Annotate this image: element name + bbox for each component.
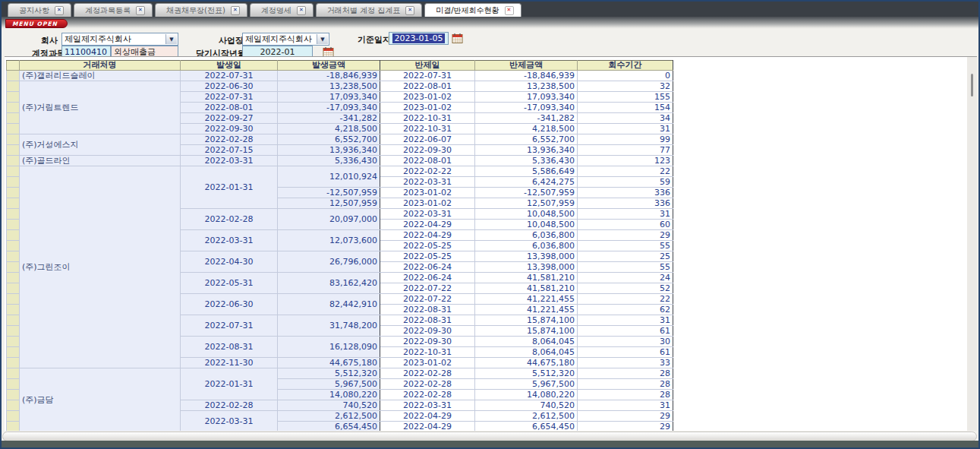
settle-date-cell[interactable]: 2023-01-02 bbox=[380, 92, 475, 103]
settle-date-cell[interactable]: 2022-09-30 bbox=[380, 337, 475, 347]
occur-amount-cell[interactable]: 6,552,700 bbox=[278, 134, 380, 145]
collect-days-cell[interactable]: 34 bbox=[578, 113, 673, 124]
settle-date-cell[interactable]: 2022-05-25 bbox=[380, 241, 475, 251]
occur-amount-cell[interactable]: 44,675,180 bbox=[278, 358, 380, 368]
collect-days-cell[interactable]: 28 bbox=[578, 390, 673, 400]
occur-date-cell[interactable]: 2022-09-27 bbox=[181, 113, 278, 124]
header-cell[interactable]: 반제금액 bbox=[475, 61, 578, 71]
occur-amount-cell[interactable]: -341,282 bbox=[278, 113, 380, 124]
settle-amount-cell[interactable]: 13,936,340 bbox=[475, 145, 578, 156]
header-cell[interactable]: 회수기간 bbox=[578, 61, 673, 71]
settle-date-cell[interactable]: 2022-05-25 bbox=[380, 251, 475, 262]
tab-5[interactable]: 미결/반제회수현황✕ bbox=[424, 3, 521, 17]
settle-amount-cell[interactable]: 13,238,500 bbox=[475, 81, 578, 92]
occur-amount-cell[interactable]: -18,846,939 bbox=[278, 71, 380, 81]
company-select[interactable]: 제일제지주식회사 ▼ bbox=[61, 33, 178, 46]
occur-amount-cell[interactable]: -12,507,959 bbox=[278, 188, 380, 198]
row-header-cell[interactable] bbox=[7, 347, 20, 358]
occur-date-cell[interactable]: 2022-03-31 bbox=[181, 230, 278, 251]
occur-date-cell[interactable]: 2022-05-31 bbox=[181, 273, 278, 294]
collect-days-cell[interactable]: 99 bbox=[578, 134, 673, 145]
row-header-cell[interactable] bbox=[7, 379, 20, 390]
settle-date-cell[interactable]: 2022-07-22 bbox=[380, 294, 475, 305]
settle-date-cell[interactable]: 2022-07-22 bbox=[380, 283, 475, 294]
row-header-cell[interactable] bbox=[7, 188, 20, 198]
row-header-cell[interactable] bbox=[7, 177, 20, 188]
settle-amount-cell[interactable]: 41,581,210 bbox=[475, 283, 578, 294]
collect-days-cell[interactable]: 30 bbox=[578, 337, 673, 347]
settle-date-cell[interactable]: 2022-04-29 bbox=[380, 230, 475, 241]
collect-days-cell[interactable]: 0 bbox=[578, 71, 673, 81]
occur-date-cell[interactable]: 2022-06-30 bbox=[181, 81, 278, 92]
tab-close-icon[interactable]: ✕ bbox=[231, 6, 240, 15]
tab-3[interactable]: 계정명세✕ bbox=[250, 3, 314, 17]
collect-days-cell[interactable]: 31 bbox=[578, 315, 673, 326]
occur-amount-cell[interactable]: 4,218,500 bbox=[278, 124, 380, 134]
settle-date-cell[interactable]: 2022-03-31 bbox=[380, 177, 475, 188]
customer-name-cell[interactable]: (주)거성에스지 bbox=[20, 134, 181, 156]
row-header-cell[interactable] bbox=[7, 283, 20, 294]
occur-amount-cell[interactable]: 82,442,910 bbox=[278, 294, 380, 315]
collect-days-cell[interactable]: 62 bbox=[578, 305, 673, 315]
occur-amount-cell[interactable]: -17,093,340 bbox=[278, 103, 380, 113]
row-header-cell[interactable] bbox=[7, 103, 20, 113]
settle-amount-cell[interactable]: 6,654,450 bbox=[475, 422, 578, 432]
collect-days-cell[interactable]: 59 bbox=[578, 177, 673, 188]
settle-amount-cell[interactable]: 740,520 bbox=[475, 400, 578, 411]
occur-date-cell[interactable]: 2022-04-30 bbox=[181, 251, 278, 273]
settle-date-cell[interactable]: 2022-06-24 bbox=[380, 262, 475, 273]
row-header-cell[interactable] bbox=[7, 305, 20, 315]
row-header-cell[interactable] bbox=[7, 81, 20, 92]
row-header-cell[interactable] bbox=[7, 400, 20, 411]
collect-days-cell[interactable]: 154 bbox=[578, 103, 673, 113]
collect-days-cell[interactable]: 61 bbox=[578, 347, 673, 358]
settle-date-cell[interactable]: 2022-09-30 bbox=[380, 145, 475, 156]
occur-amount-cell[interactable]: 12,507,959 bbox=[278, 198, 380, 209]
occur-date-cell[interactable]: 2022-03-31 bbox=[181, 411, 278, 432]
row-header-cell[interactable] bbox=[7, 251, 20, 262]
occur-amount-cell[interactable]: 16,128,090 bbox=[278, 337, 380, 358]
settle-amount-cell[interactable]: 12,507,959 bbox=[475, 198, 578, 209]
header-cell[interactable]: 반제일 bbox=[380, 61, 475, 71]
occur-date-cell[interactable]: 2022-07-31 bbox=[181, 71, 278, 81]
tab-4[interactable]: 거래처별 계정 집계표✕ bbox=[316, 3, 422, 17]
row-header-cell[interactable] bbox=[7, 230, 20, 241]
collect-days-cell[interactable]: 28 bbox=[578, 368, 673, 379]
settle-amount-cell[interactable]: 17,093,340 bbox=[475, 92, 578, 103]
collect-days-cell[interactable]: 28 bbox=[578, 379, 673, 390]
settle-amount-cell[interactable]: 5,512,320 bbox=[475, 368, 578, 379]
settle-amount-cell[interactable]: 6,036,800 bbox=[475, 241, 578, 251]
vertical-scrollbar[interactable] bbox=[967, 56, 977, 431]
settle-date-cell[interactable]: 2022-08-31 bbox=[380, 305, 475, 315]
settle-date-cell[interactable]: 2023-01-02 bbox=[380, 198, 475, 209]
row-header-cell[interactable] bbox=[7, 71, 20, 81]
collect-days-cell[interactable]: 55 bbox=[578, 241, 673, 251]
settle-date-cell[interactable]: 2022-02-28 bbox=[380, 390, 475, 400]
collect-days-cell[interactable]: 33 bbox=[578, 358, 673, 368]
settle-amount-cell[interactable]: 41,581,210 bbox=[475, 273, 578, 283]
occur-amount-cell[interactable]: 13,238,500 bbox=[278, 81, 380, 92]
settle-date-cell[interactable]: 2022-06-07 bbox=[380, 134, 475, 145]
occur-date-cell[interactable]: 2022-02-28 bbox=[181, 400, 278, 411]
menu-open-button[interactable]: MENU OPEN bbox=[5, 19, 68, 28]
row-header-cell[interactable] bbox=[7, 273, 20, 283]
settle-amount-cell[interactable]: 5,336,430 bbox=[475, 156, 578, 166]
row-header-cell[interactable] bbox=[7, 262, 20, 273]
settle-date-cell[interactable]: 2022-08-01 bbox=[380, 156, 475, 166]
settle-amount-cell[interactable]: 8,064,045 bbox=[475, 337, 578, 347]
occur-amount-cell[interactable]: 17,093,340 bbox=[278, 92, 380, 103]
customer-name-cell[interactable]: (주)금담 bbox=[20, 368, 181, 432]
row-header-cell[interactable] bbox=[7, 411, 20, 422]
occur-date-cell[interactable]: 2022-08-01 bbox=[181, 103, 278, 113]
customer-name-cell[interactable]: (주)거림트렌드 bbox=[20, 81, 181, 134]
collect-days-cell[interactable]: 77 bbox=[578, 145, 673, 156]
settle-date-cell[interactable]: 2022-07-31 bbox=[380, 71, 475, 81]
row-header-cell[interactable] bbox=[7, 134, 20, 145]
settle-date-cell[interactable]: 2022-08-01 bbox=[380, 81, 475, 92]
collect-days-cell[interactable]: 155 bbox=[578, 92, 673, 103]
row-header-cell[interactable] bbox=[7, 166, 20, 177]
settle-date-cell[interactable]: 2022-08-31 bbox=[380, 315, 475, 326]
collect-days-cell[interactable]: 31 bbox=[578, 209, 673, 220]
collect-days-cell[interactable]: 31 bbox=[578, 400, 673, 411]
occur-date-cell[interactable]: 2022-06-30 bbox=[181, 294, 278, 315]
